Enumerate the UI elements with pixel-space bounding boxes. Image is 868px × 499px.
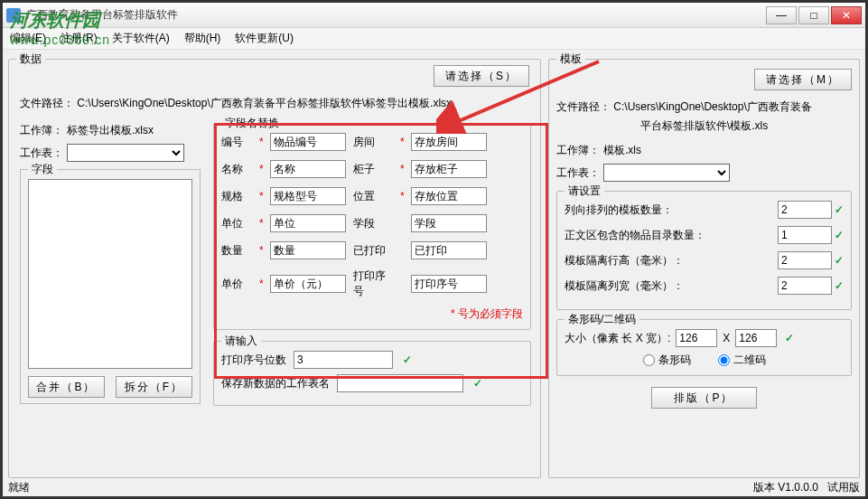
template-worksheet-select[interactable] — [603, 164, 730, 182]
menubar: 编辑(E) 注册(R) 关于软件(A) 帮助(H) 软件更新(U) — [3, 28, 865, 50]
menu-about[interactable]: 关于软件(A) — [112, 31, 170, 46]
enter-title: 请输入 — [221, 334, 261, 349]
template-workbook-label: 工作簿： — [556, 143, 600, 158]
row-gap-input[interactable] — [778, 251, 832, 269]
menu-help[interactable]: 帮助(H) — [184, 31, 221, 46]
replace-note: * 号为必须字段 — [221, 306, 523, 322]
file-path-label: 文件路径： — [20, 97, 74, 109]
replace-left-label: 单位 — [221, 216, 254, 231]
replace-right-input[interactable] — [411, 275, 487, 293]
replace-right-label: 房间 — [353, 135, 395, 150]
required-star-icon: * — [400, 163, 406, 175]
save-sheet-label: 保存新数据的工作表名 — [221, 376, 330, 391]
rows-input[interactable] — [778, 226, 832, 244]
required-star-icon: * — [259, 217, 265, 230]
rows-label: 正文区包含的物品目录数量： — [565, 228, 778, 243]
replace-right-input[interactable] — [411, 133, 487, 151]
workbook-label: 工作簿： — [20, 123, 63, 138]
replace-right-input[interactable] — [411, 214, 487, 232]
print-seq-digits-input[interactable] — [294, 351, 393, 369]
required-star-icon: * — [400, 136, 406, 148]
replace-right-label: 学段 — [353, 216, 395, 231]
template-file-path-label: 文件路径： — [556, 100, 611, 113]
barcode-size-label: 大小（像素 长 X 宽）: — [565, 331, 670, 346]
menu-update[interactable]: 软件更新(U) — [235, 31, 294, 46]
replace-left-input[interactable] — [270, 160, 346, 178]
app-window: 广西教育装备平台标签排版软件 — □ ✕ 编辑(E) 注册(R) 关于软件(A)… — [0, 0, 868, 499]
barcode-radio-bar[interactable]: 条形码 — [643, 353, 691, 368]
replace-left-input[interactable] — [270, 241, 346, 259]
replace-right-input[interactable] — [411, 241, 487, 259]
save-sheet-input[interactable] — [337, 374, 463, 392]
barcode-panel: 条形码/二维码 大小（像素 长 X 宽）: X ✓ 条形码 二维码 — [556, 319, 852, 376]
replace-panel: 字段名替换 编号*房间*名称*柜子*规格*位置*单位*学段数量*已打印单价*打印… — [213, 123, 531, 330]
replace-left-label: 规格 — [221, 189, 254, 204]
replace-left-label: 名称 — [221, 162, 254, 177]
replace-title: 字段名替换 — [221, 116, 283, 131]
data-panel-title: 数据 — [16, 52, 45, 67]
barcode-title: 条形码/二维码 — [565, 312, 639, 327]
data-select-button[interactable]: 请选择（S） — [434, 65, 529, 87]
maximize-button[interactable]: □ — [798, 6, 829, 24]
replace-left-label: 编号 — [221, 135, 254, 150]
data-worksheet-select[interactable] — [67, 144, 184, 162]
replace-left-input[interactable] — [270, 275, 346, 293]
cols-input[interactable] — [778, 201, 832, 219]
statusbar: 就绪 版本 V1.0.0.0 试用版 — [8, 480, 860, 494]
required-star-icon: * — [259, 244, 265, 257]
check-icon: ✓ — [835, 279, 844, 292]
template-worksheet-label: 工作表： — [556, 165, 600, 181]
fields-box: 字段 合并（B） 拆分（F） — [20, 169, 201, 404]
template-workbook: 模板.xls — [603, 143, 641, 158]
status-version: V1.0.0.0 — [778, 481, 818, 494]
worksheet-label: 工作表： — [20, 146, 63, 161]
data-file-path: C:\Users\KingOne\Desktop\广西教育装备平台标签排版软件\… — [77, 97, 452, 109]
split-button[interactable]: 拆分（F） — [116, 376, 192, 398]
template-title: 模板 — [556, 52, 585, 67]
minimize-button[interactable]: — — [766, 6, 797, 24]
settings-title: 请设置 — [565, 184, 604, 199]
check-icon: ✓ — [473, 377, 482, 390]
col-gap-input[interactable] — [778, 277, 832, 295]
replace-left-input[interactable] — [270, 133, 346, 151]
replace-right-label: 已打印 — [353, 243, 395, 259]
barcode-radio-qr-input[interactable] — [718, 354, 730, 366]
merge-button[interactable]: 合并（B） — [28, 376, 105, 398]
menu-register[interactable]: 注册(R) — [61, 31, 98, 46]
data-file-path-row: 文件路径： C:\Users\KingOne\Desktop\广西教育装备平台标… — [20, 96, 529, 111]
barcode-radio-qr[interactable]: 二维码 — [718, 353, 766, 368]
replace-left-input[interactable] — [270, 187, 346, 205]
replace-right-input[interactable] — [411, 187, 487, 205]
required-star-icon: * — [259, 163, 265, 175]
check-icon: ✓ — [785, 332, 794, 344]
menu-edit[interactable]: 编辑(E) — [10, 31, 46, 46]
required-star-icon: * — [259, 278, 265, 290]
row-gap-label: 模板隔离行高（毫米）： — [565, 253, 778, 268]
fields-title: 字段 — [28, 162, 57, 177]
enter-panel: 请输入 打印序号位数 ✓ 保存新数据的工作表名 ✓ — [213, 341, 531, 406]
replace-right-input[interactable] — [411, 160, 487, 178]
col-gap-label: 模板隔离列宽（毫米）： — [565, 278, 778, 294]
required-star-icon: * — [259, 190, 265, 202]
status-version-label: 版本 — [753, 480, 775, 495]
check-icon: ✓ — [835, 203, 844, 216]
window-title: 广西教育装备平台标签排版软件 — [26, 7, 178, 23]
settings-panel: 请设置 列向排列的模板数量： ✓ 正文区包含的物品目录数量： ✓ 模板隔离行高（… — [556, 191, 852, 310]
template-panel: 模板 请选择（M） 文件路径： C:\Users\KingOne\Desktop… — [548, 59, 860, 478]
status-trial: 试用版 — [827, 480, 860, 495]
template-file-path-1: C:\Users\KingOne\Desktop\广西教育装备 — [613, 100, 811, 113]
check-icon: ✓ — [403, 353, 412, 366]
replace-right-label: 柜子 — [353, 162, 395, 177]
check-icon: ✓ — [835, 254, 844, 267]
barcode-w-input[interactable] — [676, 329, 717, 347]
layout-button[interactable]: 排版（P） — [651, 387, 756, 409]
data-panel: 数据 请选择（S） 文件路径： C:\Users\KingOne\Desktop… — [8, 59, 541, 478]
template-file-path-row: 文件路径： C:\Users\KingOne\Desktop\广西教育装备 — [556, 99, 852, 115]
template-select-button[interactable]: 请选择（M） — [754, 69, 852, 90]
barcode-h-input[interactable] — [735, 329, 777, 347]
barcode-radio-bar-input[interactable] — [643, 354, 655, 366]
close-button[interactable]: ✕ — [831, 6, 862, 24]
replace-left-input[interactable] — [270, 214, 346, 232]
fields-list[interactable] — [28, 179, 192, 369]
status-ready: 就绪 — [8, 480, 30, 495]
